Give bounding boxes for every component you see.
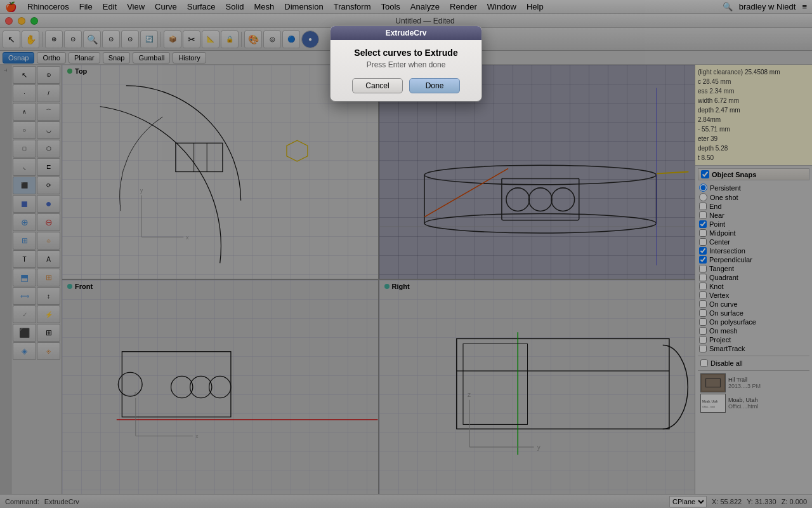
modal-title: Select curves to Extrude: [341, 48, 471, 58]
done-button[interactable]: Done: [409, 78, 460, 93]
modal-overlay: ExtrudeCrv Select curves to Extrude Pres…: [0, 0, 812, 508]
extrude-modal: ExtrudeCrv Select curves to Extrude Pres…: [330, 25, 482, 102]
modal-buttons: Cancel Done: [341, 78, 471, 93]
modal-titlebar: ExtrudeCrv: [331, 26, 481, 40]
cancel-button[interactable]: Cancel: [352, 78, 403, 93]
modal-body: Select curves to Extrude Press Enter whe…: [331, 40, 481, 101]
modal-subtitle: Press Enter when done: [341, 60, 471, 69]
